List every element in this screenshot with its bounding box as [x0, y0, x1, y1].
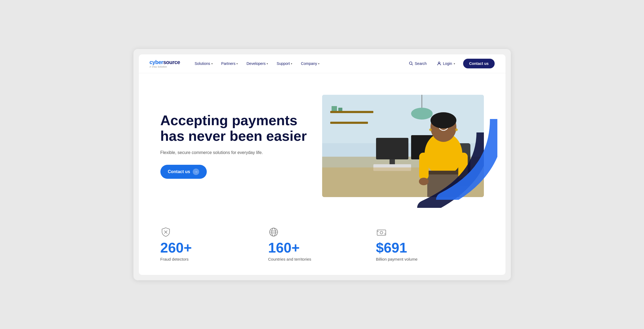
- page-wrapper: cybersource A Visa Solution Solutions ▾ …: [133, 49, 511, 280]
- shield-x-icon: [160, 227, 171, 237]
- svg-rect-37: [377, 230, 386, 235]
- search-button[interactable]: Search: [407, 59, 429, 68]
- logo-text: cybersource: [150, 59, 180, 65]
- stat-fraud: 260+ Fraud detectors: [160, 227, 268, 261]
- svg-rect-5: [330, 111, 373, 113]
- chevron-down-icon: ▾: [211, 62, 213, 65]
- globe-icon: [268, 227, 279, 237]
- hero-cta-button[interactable]: Contact us →: [160, 165, 207, 179]
- chevron-down-icon: ▾: [291, 62, 292, 65]
- svg-rect-12: [376, 138, 408, 159]
- svg-point-38: [380, 231, 383, 234]
- svg-rect-13: [390, 159, 395, 165]
- nav-support[interactable]: Support ▾: [273, 59, 296, 68]
- hero-content: Accepting payments has never been easier…: [160, 113, 311, 178]
- stat-countries-number: 160+: [268, 241, 300, 255]
- chevron-down-icon: ▾: [454, 62, 455, 65]
- svg-point-2: [438, 62, 440, 64]
- nav-company[interactable]: Company ▾: [297, 59, 323, 68]
- nav-developers[interactable]: Developers ▾: [243, 59, 272, 68]
- navbar: cybersource A Visa Solution Solutions ▾ …: [139, 54, 505, 73]
- nav-solutions[interactable]: Solutions ▾: [191, 59, 216, 68]
- stat-countries-label: Countries and territories: [268, 257, 311, 261]
- svg-rect-8: [338, 108, 342, 111]
- svg-line-1: [412, 64, 413, 65]
- nav-partners[interactable]: Partners ▾: [218, 59, 242, 68]
- hero-image-area: [311, 89, 495, 202]
- chevron-down-icon: ▾: [236, 62, 238, 65]
- stat-countries: 160+ Countries and territories: [268, 227, 376, 261]
- svg-rect-6: [330, 122, 368, 124]
- nav-contact-button[interactable]: Contact us: [463, 59, 494, 68]
- user-icon: [437, 61, 441, 66]
- nav-links: Solutions ▾ Partners ▾ Developers ▾ Supp…: [191, 59, 407, 68]
- nav-right: Search Login ▾ Contact us: [407, 59, 495, 68]
- stats-section: 260+ Fraud detectors 160+ Countries and …: [139, 216, 505, 275]
- stat-payment: $691 Billion payment volume: [376, 227, 484, 261]
- svg-rect-7: [332, 106, 337, 111]
- chevron-down-icon: ▾: [318, 62, 319, 65]
- search-icon: [409, 61, 413, 66]
- blue-curve-decoration: [422, 119, 497, 200]
- logo-tagline: A Visa Solution: [150, 65, 180, 68]
- hero-subtext: Flexible, secure commerce solutions for …: [160, 150, 311, 155]
- main-card: cybersource A Visa Solution Solutions ▾ …: [139, 54, 505, 275]
- arrow-right-icon: →: [193, 169, 199, 175]
- hero-section: Accepting payments has never been easier…: [139, 73, 505, 216]
- chevron-down-icon: ▾: [267, 62, 268, 65]
- stat-fraud-number: 260+: [160, 241, 192, 255]
- logo[interactable]: cybersource A Visa Solution: [150, 59, 180, 68]
- stat-payment-label: Billion payment volume: [376, 257, 418, 261]
- stat-fraud-label: Fraud detectors: [160, 257, 189, 261]
- login-button[interactable]: Login ▾: [433, 59, 459, 68]
- money-icon: [376, 227, 387, 237]
- hero-heading: Accepting payments has never been easier: [160, 113, 311, 144]
- stat-payment-number: $691: [376, 241, 407, 255]
